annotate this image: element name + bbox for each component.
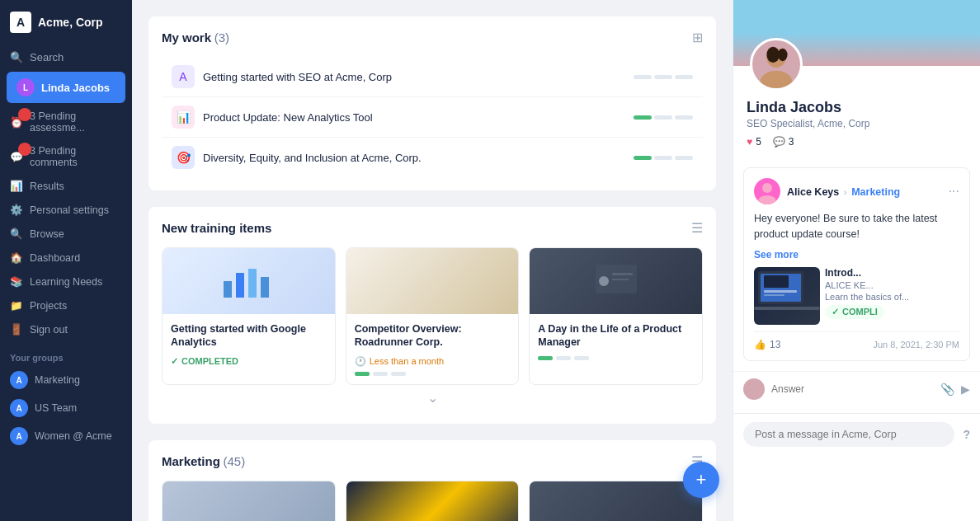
feed-arrow-icon: › [844,187,847,197]
svg-point-5 [599,276,609,286]
show-more-button[interactable]: ⌄ [162,385,703,411]
message-bar: ? [733,413,980,455]
feed-reply-box: 📎 ▶ [733,371,980,406]
work-item-analytics-icon: 📊 [172,106,195,129]
svg-rect-17 [764,275,789,288]
sidebar-item-pending-assessments[interactable]: ⏰ 3 Pending assessme... [0,105,132,139]
card-img-analytics [163,248,335,314]
new-training-title: New training items [162,221,271,235]
dot-2 [654,156,672,160]
sidebar-item-browse[interactable]: 🔍 Browse [0,222,132,246]
likes-count: 5 [756,136,761,148]
right-panel: Linda Jacobs SEO Specialist, Acme, Corp … [733,0,980,521]
likes-count: 13 [770,339,780,350]
search-button[interactable]: 🔍 Search [0,45,132,70]
group-item-us-team[interactable]: A US Team [0,394,132,422]
women-at-acme-label: Women @ Acme [35,430,112,442]
training-card-google-analytics[interactable]: Getting started with Google Analytics ✓ … [162,247,336,385]
sign-out-label: Sign out [30,324,68,336]
marketing-avatar: A [10,371,28,389]
dot-3 [675,156,693,160]
training-card-product-manager[interactable]: A Day in the Life of a Product Manager [529,247,703,385]
profile-avatar [750,38,803,91]
training-card-roadrunner[interactable]: Competitor Overview: Roadrunner Corp. 🕐 … [346,247,520,385]
marketing-card-3[interactable] [529,481,703,522]
us-team-label: US Team [35,402,77,414]
svg-rect-7 [612,279,629,280]
sidebar-item-dashboard[interactable]: 🏠 Dashboard [0,246,132,270]
feed-like-button[interactable]: 👍 13 [754,339,780,350]
feed-group[interactable]: Marketing [851,186,900,198]
feed-user-info: Alice Keys › Marketing [787,185,900,198]
fab-button[interactable]: + [683,462,719,498]
help-icon[interactable]: ? [963,428,970,441]
comments-badge [18,143,31,156]
feed-completed-badge: ✓ COMPLI [825,305,884,319]
group-item-women-at-acme[interactable]: A Women @ Acme [0,422,132,450]
heart-icon: ♥ [747,136,752,148]
dashboard-icon: 🏠 [10,251,23,264]
svg-point-9 [761,71,793,89]
work-item-dei[interactable]: 🎯 Diversity, Equity, and Inclusion at Ac… [162,138,703,177]
feed-post: Alice Keys › Marketing ··· Hey everyone!… [743,167,970,361]
svg-rect-16 [754,307,820,310]
card-body-roadrunner: Competitor Overview: Roadrunner Corp. 🕐 … [346,314,519,384]
svg-rect-18 [764,290,797,293]
message-input[interactable] [743,422,954,447]
feed-media-title: Introd... [825,267,959,279]
work-item-seo[interactable]: A Getting started with SEO at Acme, Corp [162,57,703,97]
work-item-analytics[interactable]: 📊 Product Update: New Analytics Tool [162,97,703,138]
browse-icon: 🔍 [10,228,23,240]
marketing-card-1[interactable] [162,481,336,522]
reply-input[interactable] [771,383,934,395]
assessments-badge [18,108,31,121]
app-logo[interactable]: A Acme, Corp [0,0,132,45]
sidebar-item-projects[interactable]: 📁 Projects [0,293,132,317]
mcard-img-3 [530,481,702,522]
sidebar-item-pending-comments[interactable]: 💬 3 Pending comments [0,139,132,174]
learning-needs-label: Learning Needs [30,276,102,288]
reply-avatar [743,378,765,400]
dei-progress [634,156,693,160]
sidebar-item-learning-needs[interactable]: 📚 Learning Needs [0,270,132,293]
svg-rect-1 [236,273,244,298]
feed-media[interactable]: Introd... ALICE KE... Learn the basics o… [754,267,959,325]
bubble-icon: 💬 [773,136,785,148]
feed-media-desc: Learn the basics of... [825,292,959,302]
pline-2 [373,372,388,376]
card-img-ceiling [346,248,519,314]
app-name: Acme, Corp [38,16,103,29]
my-work-section: My work (3) ⊞ A Getting started with SEO… [148,16,716,190]
sidebar-item-sign-out[interactable]: 🚪 Sign out [0,317,132,341]
pending-assessments-label: 3 Pending assessme... [30,110,122,134]
grid-icon[interactable]: ⊞ [692,30,703,45]
feed-badge-label: COMPLI [842,307,878,317]
send-icon[interactable]: ▶ [961,383,970,396]
sidebar: A Acme, Corp 🔍 Search L Linda Jacobs ⏰ 3… [0,0,132,521]
feed-user-name: Alice Keys [787,186,839,198]
dot-2 [654,115,672,120]
seo-progress [634,75,693,79]
card-body-product-manager: A Day in the Life of a Product Manager [530,314,702,368]
paperclip-icon[interactable]: 📎 [940,383,954,396]
results-label: Results [30,181,64,192]
roadrunner-progress [355,372,511,376]
feed-more-button[interactable]: ··· [949,184,959,199]
feed-see-more-button[interactable]: See more [754,249,959,260]
sidebar-item-results[interactable]: 📊 Results [0,174,132,198]
marketing-card-2[interactable] [346,481,520,522]
profile-stats: ♥ 5 💬 3 [747,136,967,148]
feed-post-header: Alice Keys › Marketing ··· [754,178,959,204]
card-body-analytics: Getting started with Google Analytics ✓ … [163,314,335,375]
marketing-header: Marketing (45) ☰ [162,453,703,469]
dot-3 [675,115,693,120]
marketing-section: Marketing (45) ☰ [148,440,716,522]
list-icon[interactable]: ☰ [691,220,703,236]
svg-rect-3 [261,277,269,298]
active-user-item[interactable]: L Linda Jacobs [7,72,125,103]
sidebar-item-personal-settings[interactable]: ⚙️ Personal settings [0,198,132,222]
card-title-analytics: Getting started with Google Analytics [171,322,327,350]
learning-icon: 📚 [10,275,23,288]
group-item-marketing[interactable]: A Marketing [0,366,132,394]
due-label: Less than a month [370,356,445,366]
